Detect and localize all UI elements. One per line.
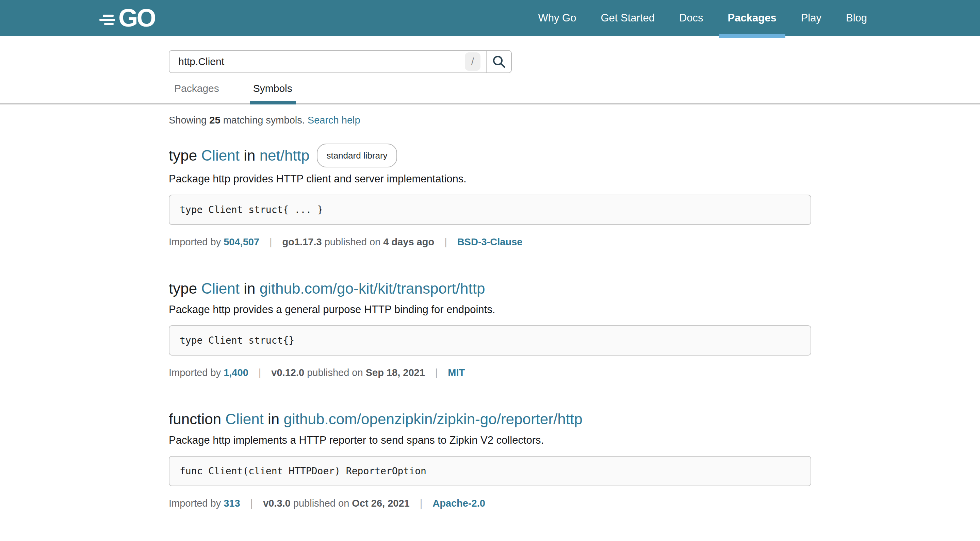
results-summary: Showing 25 matching symbols. Search help <box>169 115 811 126</box>
in-connector: in <box>243 147 255 164</box>
nav-item[interactable]: Why Go <box>538 0 576 36</box>
go-logo-speed-lines <box>99 6 117 30</box>
symbol-link[interactable]: Client <box>201 280 240 297</box>
version-text: v0.3.0 <box>263 498 291 509</box>
in-connector: in <box>268 411 279 427</box>
in-connector: in <box>243 280 255 297</box>
result-heading: type Client in github.com/go-kit/kit/tra… <box>169 279 811 298</box>
summary-count: 25 <box>209 115 220 126</box>
nav-item[interactable]: Play <box>801 0 821 36</box>
result-heading: type Client in net/httpstandard library <box>169 143 811 167</box>
symbol-kind: type <box>169 147 197 164</box>
package-description: Package http provides HTTP client and se… <box>169 173 811 185</box>
nav-item[interactable]: Docs <box>679 0 703 36</box>
separator: | <box>420 498 423 509</box>
summary-prefix: Showing <box>169 115 209 126</box>
separator: | <box>435 367 438 379</box>
separator: | <box>250 498 253 509</box>
search-row: / <box>169 36 811 73</box>
published-on-label: published on <box>304 367 366 379</box>
nav-item[interactable]: Blog <box>846 0 867 36</box>
separator: | <box>444 237 447 248</box>
license-link[interactable]: MIT <box>448 367 465 379</box>
imported-by-link[interactable]: 1,400 <box>224 367 248 379</box>
search-button[interactable] <box>487 51 511 72</box>
search-icon <box>492 54 506 69</box>
tab[interactable]: Packages <box>171 83 223 103</box>
package-description: Package http provides a general purpose … <box>169 304 811 316</box>
tab[interactable]: Symbols <box>250 83 296 103</box>
keyboard-shortcut-hint: / <box>465 53 480 71</box>
go-logo-text: GO <box>118 0 155 36</box>
site-header: GO Why Go Get Started Docs Packages Play… <box>0 0 980 36</box>
standard-library-badge: standard library <box>317 143 397 167</box>
code-snippet: func Client(client HTTPDoer) ReporterOpt… <box>169 456 811 486</box>
package-link[interactable]: net/http <box>259 147 310 164</box>
published-on-label: published on <box>322 237 383 248</box>
published-on-label: published on <box>291 498 352 509</box>
code-snippet: type Client struct{ ... } <box>169 195 811 225</box>
nav-item-label: Blog <box>846 12 867 24</box>
tabs: Packages Symbols <box>169 83 811 103</box>
main-nav: Why Go Get Started Docs Packages Play Bl… <box>538 0 867 36</box>
symbol-link[interactable]: Client <box>225 411 264 427</box>
nav-item-label: Play <box>801 12 821 24</box>
code-snippet: type Client struct{} <box>169 325 811 356</box>
search-help-link[interactable]: Search help <box>308 115 360 126</box>
package-link[interactable]: github.com/go-kit/kit/transport/http <box>259 280 485 297</box>
imported-by-label: Imported by <box>169 367 224 379</box>
search-input[interactable] <box>169 51 465 72</box>
version-text: go1.17.3 <box>282 237 322 248</box>
imported-by-link[interactable]: 504,507 <box>224 237 259 248</box>
summary-suffix: matching symbols. <box>221 115 308 126</box>
published-date: 4 days ago <box>383 237 434 248</box>
nav-item-label: Why Go <box>538 12 576 24</box>
symbol-kind: type <box>169 280 197 297</box>
search-box: / <box>169 50 512 73</box>
version-text: v0.12.0 <box>271 367 304 379</box>
license-link[interactable]: Apache-2.0 <box>433 498 485 509</box>
license-link[interactable]: BSD-3-Clause <box>457 237 523 248</box>
separator: | <box>269 237 272 248</box>
result-meta: Imported by 504,507 | go1.17.3 published… <box>169 237 811 248</box>
nav-item-label: Packages <box>728 12 776 24</box>
imported-by-label: Imported by <box>169 237 224 248</box>
tab-label: Symbols <box>253 83 292 94</box>
published-date: Oct 26, 2021 <box>352 498 409 509</box>
tabs-strip: Packages Symbols <box>0 83 980 105</box>
nav-item-label: Get Started <box>601 12 655 24</box>
nav-item[interactable]: Get Started <box>601 0 655 36</box>
result-heading: function Client in github.com/openzipkin… <box>169 410 811 429</box>
nav-item[interactable]: Packages <box>728 0 776 36</box>
go-logo[interactable]: GO <box>99 0 155 36</box>
result-meta: Imported by 313 | v0.3.0 published on Oc… <box>169 498 811 509</box>
package-link[interactable]: github.com/openzipkin/zipkin-go/reporter… <box>284 411 582 427</box>
search-result: function Client in github.com/openzipkin… <box>169 410 811 509</box>
nav-item-label: Docs <box>679 12 703 24</box>
results-list: type Client in net/httpstandard library … <box>169 126 811 541</box>
symbol-kind: function <box>169 411 221 427</box>
search-result: type Client in net/httpstandard library … <box>169 143 811 248</box>
result-meta: Imported by 1,400 | v0.12.0 published on… <box>169 367 811 379</box>
tab-label: Packages <box>174 83 219 94</box>
separator: | <box>259 367 261 379</box>
symbol-link[interactable]: Client <box>201 147 240 164</box>
main-content: / <box>169 36 811 73</box>
imported-by-label: Imported by <box>169 498 224 509</box>
published-date: Sep 18, 2021 <box>366 367 425 379</box>
package-description: Package http implements a HTTP reporter … <box>169 434 811 446</box>
imported-by-link[interactable]: 313 <box>224 498 240 509</box>
search-result: type Client in github.com/go-kit/kit/tra… <box>169 279 811 379</box>
